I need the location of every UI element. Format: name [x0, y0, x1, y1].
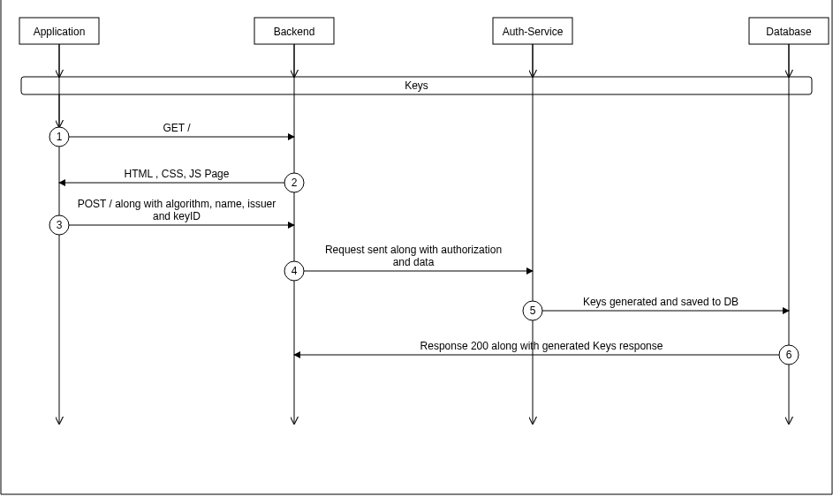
svg-text:Keys: Keys — [405, 79, 428, 92]
participant-app: Application — [19, 18, 99, 44]
participant-auth: Auth-Service — [493, 18, 572, 44]
svg-text:Backend: Backend — [274, 26, 315, 38]
svg-text:3: 3 — [57, 219, 63, 231]
step-2: HTML , CSS, JS Page2 — [59, 168, 304, 192]
svg-text:HTML , CSS, JS Page: HTML , CSS, JS Page — [125, 168, 230, 180]
step-6: Response 200 along with generated Keys r… — [294, 340, 799, 365]
svg-text:POST / along with algorithm, n: POST / along with algorithm, name, issue… — [78, 198, 276, 222]
participant-backend: Backend — [254, 18, 334, 44]
svg-text:2: 2 — [292, 177, 298, 189]
svg-text:5: 5 — [530, 305, 536, 317]
svg-text:6: 6 — [786, 349, 792, 361]
svg-text:Request sent along with author: Request sent along with authorizationand… — [325, 244, 502, 268]
svg-text:Auth-Service: Auth-Service — [503, 26, 564, 38]
svg-text:4: 4 — [292, 265, 298, 277]
participant-db: Database — [749, 18, 829, 44]
svg-text:Application: Application — [34, 26, 86, 38]
step-4: Request sent along with authorizationand… — [284, 244, 533, 281]
svg-text:Keys generated and saved to DB: Keys generated and saved to DB — [583, 296, 738, 308]
svg-text:GET /: GET / — [163, 122, 191, 134]
step-5: Keys generated and saved to DB5 — [523, 296, 789, 320]
svg-text:Database: Database — [766, 26, 812, 38]
step-3: POST / along with algorithm, name, issue… — [49, 198, 294, 235]
span-keys: Keys — [21, 77, 812, 94]
svg-text:Response 200 along with genera: Response 200 along with generated Keys r… — [420, 340, 663, 352]
step-1: GET /1 — [49, 122, 294, 147]
svg-text:1: 1 — [57, 131, 63, 143]
